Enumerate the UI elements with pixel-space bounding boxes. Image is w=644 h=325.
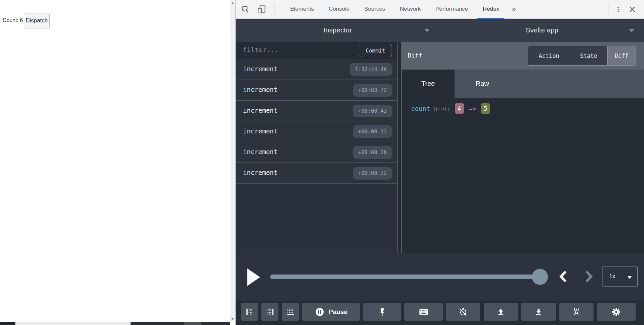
playback-speed-value: 1x xyxy=(609,273,615,280)
settings-button[interactable] xyxy=(597,303,636,321)
close-icon[interactable] xyxy=(628,5,637,14)
pause-button[interactable]: Pause xyxy=(302,303,360,321)
stopwatch-off-icon xyxy=(459,307,468,317)
dock-left-button[interactable] xyxy=(241,303,258,321)
window-bottom-edge xyxy=(236,322,644,325)
keyboard-icon xyxy=(419,308,429,316)
action-timestamp: +00:00.43 xyxy=(353,105,392,117)
tab-performance[interactable]: Performance xyxy=(428,0,475,19)
diff-key: count xyxy=(411,105,430,112)
tab-console[interactable]: Console xyxy=(321,0,357,19)
monitor-selector[interactable]: Inspector xyxy=(236,19,440,42)
pin-icon xyxy=(378,307,387,317)
playback-speed-select[interactable]: 1x xyxy=(602,266,638,287)
selected-action-title: Diff xyxy=(408,52,422,59)
filter-row: filter... Commit xyxy=(236,42,397,59)
action-list-panel: filter... Commit increment 1:32:44.46 in… xyxy=(236,42,402,253)
action-timestamp: +00:00.33 xyxy=(353,125,392,138)
play-button[interactable] xyxy=(247,268,260,286)
dock-bottom-button[interactable] xyxy=(282,303,299,321)
action-row[interactable]: increment +00:00.33 xyxy=(236,121,397,142)
action-row[interactable]: increment +00:00.26 xyxy=(236,142,397,163)
action-name: increment xyxy=(243,169,277,176)
diff-entry[interactable]: count (pin) : 4 => 5 xyxy=(411,103,490,114)
broadcast-icon xyxy=(571,307,581,317)
view-diff-button[interactable]: Diff xyxy=(607,46,636,65)
export-button[interactable] xyxy=(484,303,518,321)
seek-slider-thumb[interactable] xyxy=(532,269,548,285)
view-toggle-group: Action State Diff xyxy=(528,46,636,66)
diff-panel-header: Diff Action State Diff xyxy=(402,42,644,70)
commit-button[interactable]: Commit xyxy=(359,44,392,57)
devtools-toolbar: Elements Console Sources Network Perform… xyxy=(236,0,644,19)
action-row[interactable]: increment +00:00.43 xyxy=(236,101,397,121)
upload-icon xyxy=(496,308,505,316)
diff-new-value: 5 xyxy=(481,103,490,114)
diff-tabstrip: Tree Raw xyxy=(402,70,644,98)
action-name: increment xyxy=(243,107,277,114)
keyboard-button[interactable] xyxy=(404,303,443,321)
bottom-strip xyxy=(201,322,230,325)
view-state-button[interactable]: State xyxy=(570,46,607,65)
tab-redux-label: Redux xyxy=(483,6,499,12)
dock-right-icon xyxy=(266,308,274,316)
tab-network[interactable]: Network xyxy=(393,0,428,19)
view-action-button[interactable]: Action xyxy=(528,46,570,65)
tab-tree[interactable]: Tree xyxy=(402,70,455,98)
action-row[interactable]: increment 1:32:44.46 xyxy=(236,59,397,80)
action-row[interactable]: increment +00:00.22 xyxy=(236,163,397,184)
action-name: increment xyxy=(243,86,277,93)
devtools-tabs: Elements Console Sources Network Perform… xyxy=(283,0,521,19)
bottom-strip xyxy=(0,322,15,325)
action-row[interactable]: increment +00:03.72 xyxy=(236,80,397,101)
step-forward-button[interactable] xyxy=(584,270,593,283)
page-scrollbar[interactable] xyxy=(230,0,235,322)
count-label: Count: 6 xyxy=(3,17,23,23)
kebab-menu-icon[interactable] xyxy=(614,5,623,14)
toolbar-divider xyxy=(274,4,275,14)
step-back-button[interactable] xyxy=(559,270,568,283)
scroll-up-icon[interactable] xyxy=(231,2,234,4)
action-timestamp: 1:32:44.46 xyxy=(350,63,392,76)
pause-label: Pause xyxy=(329,308,347,316)
diff-arrow: => xyxy=(469,105,476,112)
chevron-down-icon xyxy=(629,29,634,32)
action-list: increment 1:32:44.46 increment +00:03.72… xyxy=(236,59,397,184)
more-tabs-icon[interactable]: » xyxy=(506,0,521,19)
tab-raw[interactable]: Raw xyxy=(455,70,510,98)
bottom-strip xyxy=(184,322,201,325)
diff-content: count (pin) : 4 => 5 xyxy=(402,98,644,253)
import-button[interactable] xyxy=(521,303,556,321)
tab-redux[interactable]: Redux xyxy=(475,0,506,19)
pin-button[interactable] xyxy=(363,303,401,321)
inspect-element-icon[interactable] xyxy=(241,5,250,14)
download-icon xyxy=(534,308,543,316)
pause-icon xyxy=(315,307,325,317)
tab-sources[interactable]: Sources xyxy=(357,0,392,19)
filter-input[interactable]: filter... xyxy=(243,46,279,53)
dock-right-button[interactable] xyxy=(261,303,278,321)
device-toolbar-icon[interactable] xyxy=(257,5,266,14)
redux-bottom-toolbar: Pause xyxy=(236,301,644,322)
playback-bar: 1x xyxy=(236,253,644,301)
tab-elements[interactable]: Elements xyxy=(283,0,321,19)
remote-button[interactable] xyxy=(559,303,593,321)
diff-meta: (pin) xyxy=(433,106,447,111)
toolbar-divider-right xyxy=(609,4,609,14)
action-name: increment xyxy=(243,127,277,135)
instance-selector-label: Svelte app xyxy=(526,26,559,34)
seek-slider-track[interactable] xyxy=(270,275,540,279)
instance-selector[interactable]: Svelte app xyxy=(440,19,644,42)
action-timestamp: +00:00.26 xyxy=(353,146,392,159)
lock-changes-button[interactable] xyxy=(446,303,480,321)
diff-colon: : xyxy=(447,105,451,112)
devtools-panel: Elements Console Sources Network Perform… xyxy=(235,0,644,325)
diff-panel: Diff Action State Diff Tree Raw count (p… xyxy=(402,42,644,253)
page-hscrollbar[interactable] xyxy=(15,322,131,325)
scroll-down-icon[interactable] xyxy=(231,318,234,320)
action-name: increment xyxy=(243,148,277,155)
dispatch-button[interactable]: Dispatch xyxy=(24,13,50,28)
action-list-scrollbar[interactable] xyxy=(397,42,402,253)
dock-bottom-icon xyxy=(286,308,295,316)
monitor-selector-label: Inspector xyxy=(324,26,352,34)
